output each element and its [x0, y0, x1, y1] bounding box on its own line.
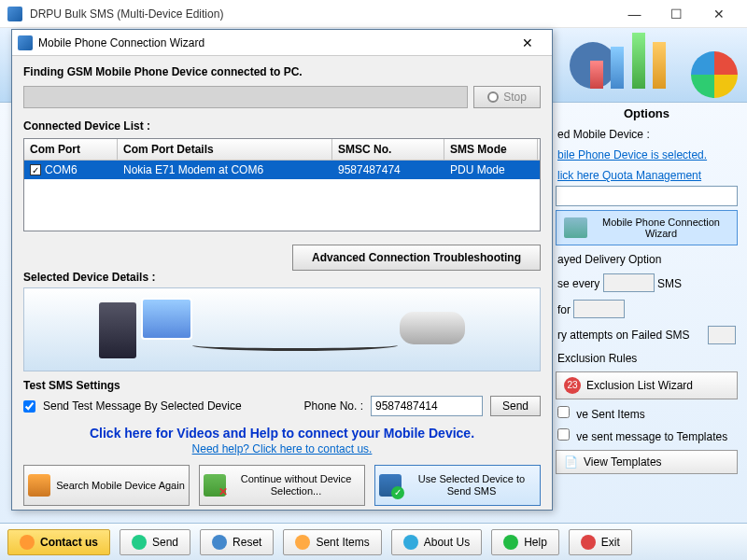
close-button[interactable]: ✕	[698, 1, 740, 27]
exit-label: Exit	[601, 536, 620, 549]
main-titlebar: DRPU Bulk SMS (Multi-Device Edition) — ☐…	[0, 0, 747, 28]
minimize-button[interactable]: —	[613, 1, 655, 27]
reset-label: Reset	[233, 536, 261, 549]
cell-port: ✓COM6	[24, 161, 118, 179]
retry-label: ry attempts on Failed SMS	[557, 329, 704, 342]
video-help-link[interactable]: Click here for Videos and Help to connec…	[23, 426, 541, 441]
exclusion-wizard-label: Exclusion List Wizard	[586, 379, 693, 392]
device-graphic	[23, 287, 541, 371]
action-buttons: Search Mobile Device Again Continue with…	[23, 465, 541, 506]
test-sms-checkbox[interactable]	[23, 400, 35, 413]
save-template-label: ve sent message to Templates	[576, 430, 727, 443]
contact-button[interactable]: Contact us	[7, 529, 110, 555]
device-list-label: Connected Device List :	[23, 119, 541, 133]
footer-toolbar: Contact us Send Reset Sent Items About U…	[0, 523, 747, 560]
save-template-checkbox[interactable]	[557, 428, 570, 441]
pause-label: se every	[557, 277, 599, 290]
search-again-label: Search Mobile Device Again	[56, 480, 185, 492]
app-icon	[7, 7, 22, 21]
use-selected-button[interactable]: Use Selected Device to Send SMS	[374, 465, 541, 506]
device-combo[interactable]	[556, 186, 738, 206]
sent-items-button[interactable]: Sent Items	[283, 529, 381, 555]
contact-label: Contact us	[40, 536, 98, 549]
finding-label: Finding GSM Mobile Phone Device connecte…	[23, 65, 541, 78]
continue-without-button[interactable]: Continue without Device Selection...	[199, 465, 365, 506]
about-button[interactable]: About Us	[391, 529, 482, 555]
view-templates-label: View Templates	[584, 455, 662, 469]
dialog-icon	[18, 35, 33, 50]
phone-device-icon	[400, 312, 465, 344]
exit-icon	[581, 535, 596, 550]
about-icon	[403, 535, 418, 550]
for-input[interactable]	[573, 300, 625, 318]
col-smsc-header[interactable]: SMSC No.	[332, 139, 444, 160]
exclusion-badge: 23	[564, 377, 581, 394]
exclusion-wizard-button[interactable]: 23 Exclusion List Wizard	[556, 371, 738, 399]
save-sent-checkbox[interactable]	[557, 406, 570, 418]
progress-bar	[23, 86, 468, 108]
dialog-title: Mobile Phone Connection Wizard	[38, 36, 509, 49]
progress-row: Stop	[23, 86, 541, 108]
contact-icon	[20, 535, 35, 550]
reset-icon	[212, 535, 227, 550]
send-label: Send	[152, 536, 178, 549]
test-send-button[interactable]: Send	[490, 396, 541, 416]
connection-wizard-dialog: Mobile Phone Connection Wizard ✕ Finding…	[11, 29, 553, 511]
help-button[interactable]: Help	[491, 529, 559, 555]
retry-row: ry attempts on Failed SMS	[556, 322, 738, 348]
test-sms-row: Send Test Message By Selected Device Pho…	[23, 396, 541, 416]
connection-wizard-button[interactable]: Mobile Phone Connection Wizard	[556, 210, 738, 245]
phone-no-label: Phone No. :	[304, 399, 363, 413]
col-port-header[interactable]: Com Port	[24, 139, 118, 160]
exclusion-label: Exclusion Rules	[556, 348, 738, 369]
device-row[interactable]: ✓COM6 Nokia E71 Modem at COM6 9587487474…	[24, 161, 540, 179]
send-button[interactable]: Send	[120, 529, 190, 555]
retry-input[interactable]	[708, 326, 736, 344]
contact-help-link[interactable]: Need help? Click here to contact us.	[23, 442, 541, 455]
wizard-icon	[564, 217, 587, 238]
reset-button[interactable]: Reset	[200, 529, 274, 555]
selected-device-label: ed Mobile Device :	[556, 124, 738, 145]
col-details-header[interactable]: Com Port Details	[118, 139, 332, 160]
cable-icon	[192, 340, 398, 351]
dialog-close-button[interactable]: ✕	[509, 35, 546, 50]
save-sent-label: ve Sent Items	[576, 408, 644, 421]
test-sms-title: Test SMS Settings	[23, 379, 541, 392]
view-templates-button[interactable]: 📄 View Templates	[556, 450, 738, 474]
for-row: for	[556, 296, 738, 322]
no-device-link[interactable]: bile Phone Device is selected.	[556, 145, 738, 165]
stop-button[interactable]: Stop	[473, 86, 541, 108]
pause-every-input[interactable]	[603, 273, 655, 292]
for-label: for	[557, 303, 571, 316]
stop-icon	[487, 91, 499, 103]
delayed-delivery-label: ayed Delivery Option	[556, 249, 738, 270]
phone-no-input[interactable]	[371, 396, 483, 416]
sms-unit-label: SMS	[657, 277, 682, 290]
search-again-button[interactable]: Search Mobile Device Again	[23, 465, 190, 506]
maximize-button[interactable]: ☐	[655, 1, 698, 27]
quota-link[interactable]: lick here Quota Management	[556, 165, 738, 186]
help-label: Help	[524, 536, 547, 549]
cell-mode: PDU Mode	[444, 161, 538, 179]
test-sms-section: Test SMS Settings Send Test Message By S…	[23, 379, 541, 416]
row-checkbox[interactable]: ✓	[30, 164, 41, 175]
dialog-titlebar: Mobile Phone Connection Wizard ✕	[12, 30, 552, 56]
window-title: DRPU Bulk SMS (Multi-Device Edition)	[30, 7, 613, 21]
pause-every-row: se every SMS	[556, 270, 738, 296]
search-mobile-icon	[28, 474, 50, 497]
test-checkbox-label: Send Test Message By Selected Device	[43, 399, 297, 413]
skip-device-icon	[204, 474, 226, 497]
advanced-troubleshooting-button[interactable]: Advanced Connection Troubleshooting	[292, 245, 541, 271]
pc-tower-icon	[99, 302, 136, 358]
send-icon	[132, 535, 147, 550]
pie-chart-icon	[691, 51, 738, 98]
continue-without-label: Continue without Device Selection...	[232, 473, 360, 497]
use-selected-label: Use Selected Device to Send SMS	[407, 473, 536, 497]
save-template-row: ve sent message to Templates	[556, 425, 738, 447]
exit-button[interactable]: Exit	[569, 529, 632, 555]
cell-details: Nokia E71 Modem at COM6	[118, 161, 332, 179]
col-mode-header[interactable]: SMS Mode	[444, 139, 538, 160]
grid-header: Com Port Com Port Details SMSC No. SMS M…	[24, 139, 540, 161]
port-value: COM6	[45, 163, 78, 176]
about-label: About Us	[424, 536, 470, 549]
